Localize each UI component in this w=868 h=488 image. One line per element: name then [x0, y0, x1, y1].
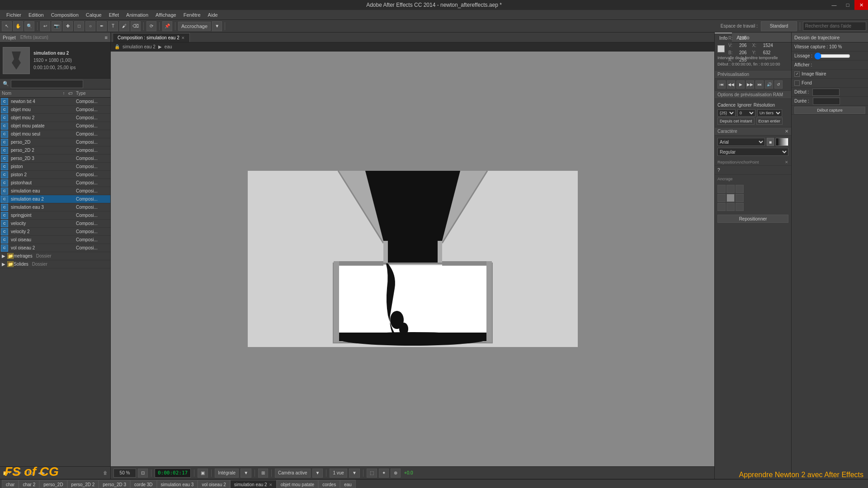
- help-search[interactable]: [803, 22, 866, 31]
- image-filaire-checkbox[interactable]: ✓: [794, 71, 800, 77]
- comp-tab-active[interactable]: Composition : simulation eau 2 ✕: [113, 33, 190, 42]
- minimize-button[interactable]: —: [827, 0, 841, 10]
- menu-effet[interactable]: Effet: [105, 11, 123, 19]
- tl-tab-objet[interactable]: objet mou patate: [277, 480, 319, 488]
- list-item[interactable]: C newton txt 4 Composi...: [0, 98, 110, 106]
- tool-eraser[interactable]: ⌫: [131, 21, 141, 31]
- duree-input[interactable]: [813, 98, 840, 105]
- tl-tab-voloiseau2[interactable]: vol oiseau 2: [198, 480, 230, 488]
- help-icon[interactable]: ?: [717, 168, 720, 173]
- tool-pen[interactable]: ✒: [97, 21, 107, 31]
- tl-tab-perso2d[interactable]: perso_2D: [39, 480, 67, 488]
- tool-select[interactable]: ↖: [2, 21, 12, 31]
- list-item[interactable]: C vol oiseau 2 Composi...: [0, 244, 110, 252]
- list-item[interactable]: C perso_2D 3 Composi...: [0, 155, 110, 163]
- region-btn[interactable]: ▣: [198, 469, 208, 478]
- comp-tab-close[interactable]: ✕: [181, 36, 185, 40]
- delete-btn[interactable]: 🗑: [103, 470, 108, 475]
- project-panel-menu[interactable]: ≡: [105, 35, 108, 40]
- list-item-velocity2[interactable]: C velocity 2 Composi...: [0, 228, 110, 236]
- breadcrumb-comp[interactable]: simulation eau 2: [123, 44, 156, 49]
- menu-animation[interactable]: Animation: [123, 11, 152, 19]
- exposure-btn[interactable]: ⊕: [391, 469, 401, 478]
- lissage-slider[interactable]: [814, 54, 850, 58]
- list-item[interactable]: C objet mou 2 Composi...: [0, 114, 110, 122]
- menu-fichier[interactable]: Fichier: [3, 11, 25, 19]
- col-sort-icon[interactable]: ↑: [61, 91, 67, 96]
- anchor-ml[interactable]: [717, 194, 726, 202]
- skip-start-btn[interactable]: ⏮: [717, 80, 726, 89]
- list-item[interactable]: C objet mou patate Composi...: [0, 122, 110, 130]
- list-item[interactable]: C piston Composi...: [0, 163, 110, 171]
- maximize-button[interactable]: □: [841, 0, 854, 10]
- tool-anchor[interactable]: ✚: [63, 21, 73, 31]
- camera-btn[interactable]: Caméra active: [275, 469, 310, 478]
- debut-capture-btn[interactable]: Début capture: [794, 107, 865, 114]
- tool-zoom[interactable]: 🔍: [24, 21, 34, 31]
- list-item-selected[interactable]: C simulation eau 2 Composi...: [0, 195, 110, 203]
- list-item[interactable]: C objet mou Composi...: [0, 106, 110, 114]
- reposition-anchor-close[interactable]: ✕: [785, 160, 788, 164]
- reposition-button[interactable]: Repositionner: [717, 215, 788, 223]
- resolution-select[interactable]: Un tiers: [757, 109, 782, 117]
- camera-dropdown[interactable]: ▼: [312, 469, 323, 478]
- current-time-display[interactable]: 0:00:02:17: [155, 469, 191, 478]
- tl-tab-perso2d2[interactable]: perso_2D 2: [67, 480, 99, 488]
- debut-input[interactable]: [812, 89, 840, 96]
- depuis-btn[interactable]: Depuis cet instant: [717, 117, 755, 125]
- tl-tab-perso2d3[interactable]: perso_2D 3: [99, 480, 130, 488]
- anchor-tc[interactable]: [726, 185, 735, 193]
- tl-tab-cordes[interactable]: cordes: [318, 480, 340, 488]
- zoom-display[interactable]: 50 %: [113, 469, 136, 478]
- tool-pin[interactable]: 📌: [162, 21, 172, 31]
- anchor-mc[interactable]: [726, 194, 735, 202]
- workspace-selector[interactable]: Standard: [761, 21, 797, 31]
- close-button[interactable]: ✕: [854, 0, 868, 10]
- views-btn[interactable]: 1 vue: [330, 469, 347, 478]
- list-item[interactable]: C objet mou seul Composi...: [0, 130, 110, 138]
- tool-camera[interactable]: 📷: [52, 21, 61, 31]
- tool-rotate[interactable]: ↩: [40, 21, 50, 31]
- prev-frame-btn[interactable]: ◀◀: [727, 80, 735, 89]
- list-item[interactable]: C pistonhaut Composi...: [0, 179, 110, 187]
- audio-btn[interactable]: 🔊: [765, 80, 773, 89]
- skip-end-btn[interactable]: ⏭: [755, 80, 764, 89]
- fond-checkbox[interactable]: [794, 80, 800, 86]
- anchor-tl[interactable]: [717, 185, 726, 193]
- project-search-input[interactable]: [11, 80, 83, 88]
- play-btn[interactable]: ▶: [736, 80, 745, 89]
- tool-text[interactable]: T: [108, 21, 118, 31]
- tool-hand[interactable]: ✋: [13, 21, 23, 31]
- transparency-btn[interactable]: ⬚: [367, 469, 377, 478]
- next-frame-btn[interactable]: ▶▶: [746, 80, 754, 89]
- list-item-velocity[interactable]: C velocity Composi...: [0, 220, 110, 228]
- magnification-btn[interactable]: Intégrale: [215, 469, 239, 478]
- tool-ellipse[interactable]: ○: [85, 21, 95, 31]
- tl-tab-eau[interactable]: eau: [340, 480, 356, 488]
- list-item[interactable]: C perso_2D 2 Composi...: [0, 146, 110, 155]
- cadence-select[interactable]: (25): [717, 109, 736, 117]
- style-select[interactable]: Regular: [717, 148, 788, 156]
- anchor-mr[interactable]: [736, 194, 744, 202]
- tl-tab-char2[interactable]: char 2: [19, 480, 39, 488]
- anchor-bc[interactable]: [726, 203, 735, 211]
- menu-aide[interactable]: Aide: [204, 11, 222, 19]
- grid-btn[interactable]: ⊞: [258, 469, 268, 478]
- magnification-dropdown[interactable]: ▼: [241, 469, 251, 478]
- metrages-group[interactable]: ▶ 📁 metrages Dossier: [0, 252, 110, 260]
- anchor-bl[interactable]: [717, 203, 726, 211]
- list-item[interactable]: C perso_2D Composi...: [0, 138, 110, 146]
- menu-fenetre[interactable]: Fenêtre: [180, 11, 204, 19]
- menu-composition[interactable]: Composition: [47, 11, 82, 19]
- menu-calque[interactable]: Calque: [82, 11, 105, 19]
- list-item[interactable]: C simulation eau 3 Composi...: [0, 203, 110, 211]
- ecran-btn[interactable]: Ecran entier: [756, 117, 783, 125]
- loop-btn[interactable]: ↺: [774, 80, 783, 89]
- solides-group[interactable]: ▶ 📁 Solides Dossier: [0, 260, 110, 268]
- tl-tab-corde3d[interactable]: corde 3D: [130, 480, 157, 488]
- tool-roto[interactable]: ⟳: [146, 21, 156, 31]
- anchor-br[interactable]: [736, 203, 744, 211]
- menu-affichage[interactable]: Affichage: [152, 11, 180, 19]
- carac-close[interactable]: ✕: [785, 129, 788, 134]
- tl-tab-char[interactable]: char: [2, 480, 19, 488]
